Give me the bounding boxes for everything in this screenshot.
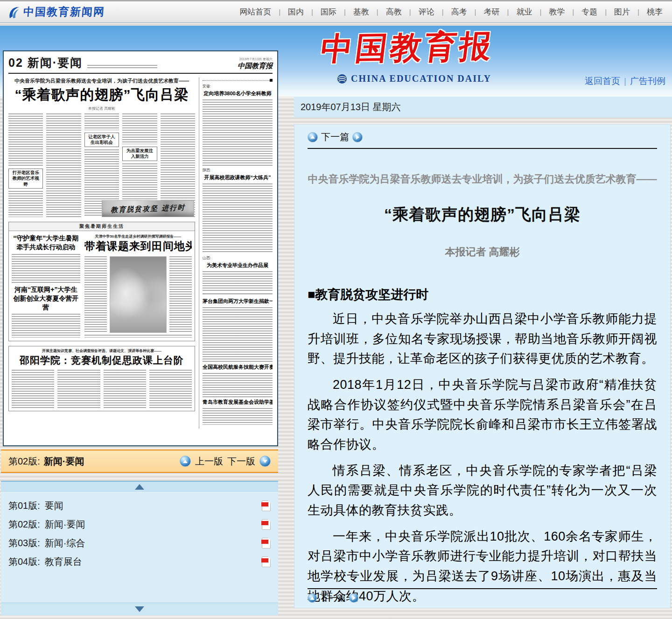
newsprint-byline: 本报记者 高耀彬 — [8, 106, 195, 111]
next-page-link[interactable]: 下一版 — [227, 455, 255, 468]
newsprint-text-block — [203, 183, 273, 253]
newsprint-mid-section: 聚焦暑期师生生活 “守护童年”大学生暑期牵手共成长行动启动 河南“互联网+”大学… — [8, 222, 195, 341]
newsprint-section-strip: 聚焦暑期师生生活 — [9, 222, 195, 231]
newsprint-text-block — [84, 256, 107, 333]
page-item-name: 教育展台 — [45, 556, 82, 568]
nav-taoli[interactable]: 桃李 — [644, 7, 665, 17]
page-list-scroll-down[interactable] — [1, 603, 278, 615]
newsprint-text-block — [84, 113, 119, 130]
article-panel: 下一篇 中央音乐学院为吕梁音乐教师送去专业培训，为孩子们送去优质艺术教育—— “… — [294, 124, 671, 608]
next-article-orb-icon[interactable] — [352, 132, 363, 142]
nav-separator: | — [539, 8, 541, 16]
page-item-number: 第01版: — [8, 499, 40, 512]
newsprint-headline: “守护童年”大学生暑期牵手共成长行动启动 — [12, 234, 80, 252]
nav-higher-edu[interactable]: 高教 — [383, 7, 405, 17]
article-paragraph: 2018年1月12日，中央音乐学院与吕梁市政府“精准扶贫战略合作协议签约仪式暨中… — [308, 375, 657, 455]
article-top-rule — [308, 148, 657, 149]
nav-separator: | — [311, 8, 313, 16]
newsprint-headline: 邵阳学院：竞赛机制促思政课上台阶 — [12, 354, 192, 367]
site-header: 中国教育新闻网 网站首页| 国内| 国际| 基教| 高教| 评论| 高考| 考研… — [0, 0, 672, 23]
issue-date: 2019年07月13日 星期六 — [301, 101, 401, 113]
newspaper-page-image[interactable]: 02 新闻·要闻 2019年7月13日 星期六 中国教育报 中央音乐学院为吕梁音… — [3, 50, 278, 446]
newsprint-inset-subhead: 让老区学子人生出彩机会 — [84, 133, 119, 147]
newsprint-headline: 青岛市教育发展基金会设助学基金 — [203, 399, 273, 406]
newsprint-text-block — [46, 113, 81, 217]
newsprint-region-label: 山西: — [203, 255, 273, 260]
next-article-link[interactable]: 下一篇 — [320, 592, 346, 604]
article-byline: 本报记者 高耀彬 — [308, 245, 657, 259]
prev-article-orb-icon[interactable] — [308, 593, 317, 603]
nav-separator: | — [377, 8, 378, 16]
page-list-scroll-up[interactable] — [1, 482, 278, 492]
newsprint-columns: 打开老区音乐教师的艺术视野 让老区学子人生出彩机会 为吕梁发展注入新活力 教育脱… — [8, 113, 195, 217]
current-page-name: 新闻·要闻 — [44, 455, 84, 468]
nav-basic-edu[interactable]: 基教 — [350, 7, 372, 17]
nav-gaokao[interactable]: 高考 — [448, 7, 470, 17]
page-list-item-03[interactable]: 第03版: 新闻·综合 — [1, 534, 278, 552]
nav-commentary[interactable]: 评论 — [416, 7, 437, 17]
page-list-panel: 第01版: 要闻 第02版: 新闻·要闻 第03版: 新闻·综合 第04版: 教… — [1, 481, 278, 615]
newsprint-region-label: 陕西: — [203, 168, 273, 173]
nav-kaoyan[interactable]: 考研 — [481, 7, 502, 17]
page-list-item-02[interactable]: 第02版: 新闻·要闻 — [1, 515, 278, 534]
newsprint-headline-main: “乘着歌声的翅膀”飞向吕梁 — [8, 85, 195, 105]
newsprint-headline: 茅台集团向两万大学新生捐款一亿元 — [203, 298, 273, 305]
prev-page-link[interactable]: 上一版 — [195, 455, 223, 468]
newsprint-text-block — [104, 370, 146, 409]
newsprint-photo — [110, 256, 167, 333]
masthead-subtitle: CHINA EDUCATION DAILY — [351, 73, 491, 84]
nav-topics[interactable]: 专题 — [579, 7, 600, 17]
pdf-icon[interactable] — [262, 538, 271, 549]
pdf-icon[interactable] — [262, 556, 271, 567]
nav-employment[interactable]: 就业 — [513, 7, 535, 17]
nav-domestic[interactable]: 国内 — [285, 7, 307, 17]
newsprint-sidebar-column: 安徽: 定向培养3800名小学全科教师 陕西: 开展高校思政课教师“大练兵” 山… — [199, 77, 273, 429]
pdf-icon[interactable] — [262, 500, 271, 511]
newsprint-text-block — [122, 113, 157, 144]
page-list-item-04[interactable]: 第04版: 教育展台 — [1, 552, 278, 571]
page-item-name: 新闻·综合 — [45, 537, 85, 549]
page-item-number: 第04版: — [8, 556, 40, 568]
page-item-name: 新闻·要闻 — [45, 518, 85, 531]
nav-separator: | — [572, 8, 574, 16]
article-kicker: 中央音乐学院为吕梁音乐教师送去专业培训，为孩子们送去优质艺术教育—— — [308, 172, 657, 186]
article-section-tag: ■教育脱贫攻坚进行时 — [308, 286, 657, 303]
next-page-orb-icon[interactable] — [259, 456, 271, 467]
article-next-nav-top: 下一篇 — [308, 125, 657, 143]
ad-rates-link[interactable]: 广告刊例 — [630, 75, 665, 87]
page-item-name: 要闻 — [45, 499, 63, 512]
nav-separator: | — [637, 8, 639, 16]
newsprint-headline: 定向培养3800名小学全科教师 — [203, 90, 273, 97]
article-title: “乘着歌声的翅膀”飞向吕梁 — [308, 204, 657, 225]
site-logo[interactable]: 中国教育新闻网 — [7, 5, 105, 20]
nav-international[interactable]: 国际 — [318, 7, 339, 17]
newsprint-kicker: 天津中学50名学生走进乡村调研并撰写调研报告—— — [84, 234, 192, 239]
scroll-down-icon — [135, 606, 144, 612]
banner-calligraphy-text: 教育脱贫攻坚 进行时 — [111, 203, 186, 215]
prev-article-orb-icon[interactable] — [308, 132, 318, 142]
newsprint-headline: 河南“互联网+”大学生创新创业大赛夏令营开营 — [12, 285, 80, 312]
page-list-item-01[interactable]: 第01版: 要闻 — [1, 496, 278, 515]
newspaper-mini-logo: 中国教育报 — [238, 62, 273, 70]
newsprint-text-block — [8, 113, 43, 166]
article-next-nav-bottom: 下一篇 — [308, 592, 657, 604]
newsprint-text-block — [12, 314, 80, 338]
newsprint-text-block — [203, 408, 273, 425]
newsprint-divider — [203, 294, 273, 294]
next-article-link[interactable]: 下一篇 — [321, 131, 349, 143]
newsprint-text-block — [8, 191, 43, 217]
newsprint-headline: 带着课题来到田间地头 — [84, 239, 192, 253]
back-home-link[interactable]: 返回首页 — [585, 75, 620, 87]
article-paragraph: 近日，中央音乐学院举办山西吕梁中小学音乐教师能力提升培训班，多位知名专家现场授课… — [308, 309, 657, 369]
next-article-orb-icon[interactable] — [349, 593, 358, 603]
prev-page-orb-icon[interactable] — [180, 456, 191, 467]
newsprint-text-block — [203, 307, 273, 362]
newsprint-headline: 为美术专业毕业生办作品展 — [203, 262, 273, 269]
newsprint-kicker: 中央音乐学院为吕梁音乐教师送去专业培训，为孩子们送去优质艺术教育—— — [8, 77, 195, 84]
nav-pictures[interactable]: 图片 — [611, 7, 633, 17]
newsprint-region-label: 安徽: — [203, 84, 273, 89]
nav-home[interactable]: 网站首页 — [237, 7, 274, 17]
nav-teaching[interactable]: 教学 — [546, 7, 567, 17]
masthead-title: 中国教育报 — [318, 25, 497, 70]
pdf-icon[interactable] — [262, 519, 271, 530]
